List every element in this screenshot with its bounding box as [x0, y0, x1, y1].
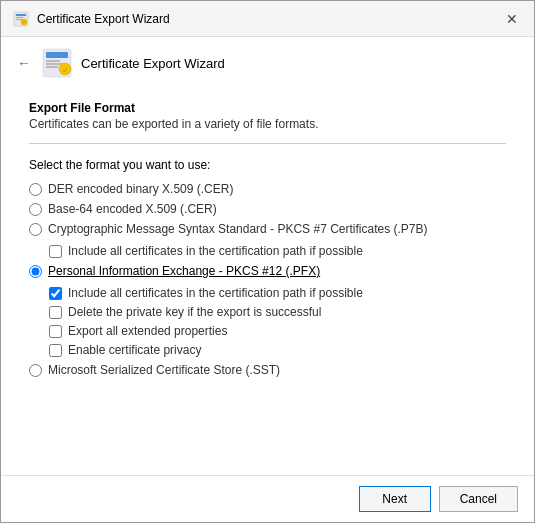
radio-der-label[interactable]: DER encoded binary X.509 (.CER): [48, 182, 233, 196]
radio-item-sst: Microsoft Serialized Certificate Store (…: [29, 363, 506, 377]
next-button[interactable]: Next: [359, 486, 431, 512]
checkbox-item-enable-privacy: Enable certificate privacy: [49, 343, 506, 357]
section-desc: Certificates can be exported in a variet…: [29, 117, 506, 131]
svg-rect-9: [46, 60, 60, 62]
checkbox-include-pkcs7-label[interactable]: Include all certificates in the certific…: [68, 244, 363, 258]
radio-item-base64: Base-64 encoded X.509 (.CER): [29, 202, 506, 216]
checkbox-item-include-pkcs7: Include all certificates in the certific…: [49, 244, 506, 258]
dialog-window: Certificate Export Wizard ✕ ← ✓ Certific…: [0, 0, 535, 523]
checkbox-export-extended-label[interactable]: Export all extended properties: [68, 324, 227, 338]
format-label: Select the format you want to use:: [29, 158, 506, 172]
radio-sst[interactable]: [29, 364, 42, 377]
checkbox-enable-privacy-label[interactable]: Enable certificate privacy: [68, 343, 201, 357]
svg-text:✓: ✓: [62, 66, 69, 75]
checkbox-item-export-extended: Export all extended properties: [49, 324, 506, 338]
wizard-icon: ✓: [41, 47, 73, 79]
radio-pfx-label[interactable]: Personal Information Exchange - PKCS #12…: [48, 264, 320, 278]
checkbox-include-pkcs7[interactable]: [49, 245, 62, 258]
cert-title-icon: [13, 11, 29, 27]
svg-rect-8: [46, 52, 68, 58]
svg-rect-2: [16, 17, 23, 18]
wizard-title: Certificate Export Wizard: [81, 56, 225, 71]
radio-pfx[interactable]: [29, 265, 42, 278]
title-bar: Certificate Export Wizard ✕: [1, 1, 534, 37]
cancel-button[interactable]: Cancel: [439, 486, 518, 512]
radio-base64[interactable]: [29, 203, 42, 216]
back-button[interactable]: ←: [17, 55, 31, 71]
checkbox-include-all[interactable]: [49, 287, 62, 300]
svg-rect-11: [46, 66, 58, 68]
radio-der[interactable]: [29, 183, 42, 196]
radio-item-pfx: Personal Information Exchange - PKCS #12…: [29, 264, 506, 278]
section-title: Export File Format: [29, 101, 506, 115]
radio-base64-label[interactable]: Base-64 encoded X.509 (.CER): [48, 202, 217, 216]
radio-item-pkcs7: Cryptographic Message Syntax Standard - …: [29, 222, 506, 236]
checkbox-delete-key-label[interactable]: Delete the private key if the export is …: [68, 305, 321, 319]
footer: Next Cancel: [1, 475, 534, 522]
radio-sst-label[interactable]: Microsoft Serialized Certificate Store (…: [48, 363, 280, 377]
title-bar-title: Certificate Export Wizard: [37, 12, 170, 26]
checkbox-export-extended[interactable]: [49, 325, 62, 338]
checkbox-enable-privacy[interactable]: [49, 344, 62, 357]
radio-item-der: DER encoded binary X.509 (.CER): [29, 182, 506, 196]
radio-pkcs7-label[interactable]: Cryptographic Message Syntax Standard - …: [48, 222, 428, 236]
checkbox-include-all-label[interactable]: Include all certificates in the certific…: [68, 286, 363, 300]
checkbox-item-delete-key: Delete the private key if the export is …: [49, 305, 506, 319]
checkbox-item-include-all: Include all certificates in the certific…: [49, 286, 506, 300]
divider: [29, 143, 506, 144]
content-area: Export File Format Certificates can be e…: [1, 85, 534, 475]
radio-pkcs7[interactable]: [29, 223, 42, 236]
dialog-body: ← ✓ Certificate Export Wizard Export Fil…: [1, 37, 534, 522]
pfx-sub-options: Include all certificates in the certific…: [49, 286, 506, 357]
title-bar-left: Certificate Export Wizard: [13, 11, 170, 27]
back-nav: ← ✓ Certificate Export Wizard: [1, 37, 534, 85]
close-button[interactable]: ✕: [502, 9, 522, 29]
pkcs7-sub-options: Include all certificates in the certific…: [49, 244, 506, 258]
svg-rect-1: [16, 14, 26, 16]
format-radio-group: DER encoded binary X.509 (.CER) Base-64 …: [29, 182, 506, 377]
checkbox-delete-key[interactable]: [49, 306, 62, 319]
